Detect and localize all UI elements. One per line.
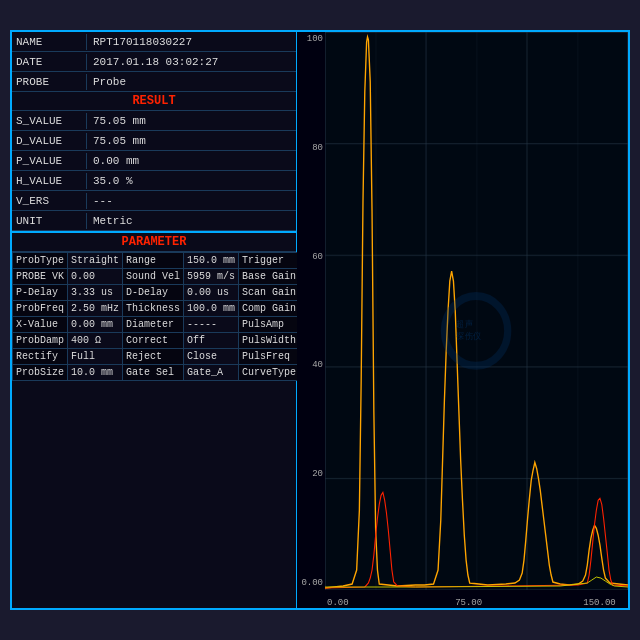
param-label: Base Gain — [239, 269, 300, 285]
param-label: Sound Vel — [123, 269, 184, 285]
param-value: 10.0 mm — [68, 365, 123, 381]
unit-value: Metric — [87, 213, 139, 229]
result-header: RESULT — [12, 92, 296, 111]
svg-text:探伤仪: 探伤仪 — [456, 331, 482, 343]
param-label: Trigger — [239, 253, 300, 269]
main-container: NAME RPT170118030227 DATE 2017.01.18 03:… — [10, 30, 630, 610]
name-label: NAME — [12, 34, 87, 50]
x-labels: 0.0075.00150.00 — [325, 590, 628, 608]
pvalue-label: P_VALUE — [12, 153, 87, 169]
param-label: CurveType — [239, 365, 300, 381]
date-value: 2017.01.18 03:02:27 — [87, 54, 224, 70]
vers-label: V_ERS — [12, 193, 87, 209]
param-label: D-Delay — [123, 285, 184, 301]
param-label: ProbDamp — [13, 333, 68, 349]
dvalue-label: D_VALUE — [12, 133, 87, 149]
param-value: Off — [184, 333, 239, 349]
param-label: ProbFreq — [13, 301, 68, 317]
param-value: 150.0 mm — [184, 253, 239, 269]
param-label: PulsFreq — [239, 349, 300, 365]
unit-row: UNIT Metric — [12, 211, 296, 231]
param-value: 3.33 us — [68, 285, 123, 301]
date-row: DATE 2017.01.18 03:02:27 — [12, 52, 296, 72]
name-row: NAME RPT170118030227 — [12, 32, 296, 52]
param-value: 400 Ω — [68, 333, 123, 349]
probe-value: Probe — [87, 74, 132, 90]
y-axis-label: 80 — [297, 143, 325, 153]
svalue-row: S_VALUE 75.05 mm — [12, 111, 296, 131]
x-axis-label: 0.00 — [327, 598, 370, 608]
y-axis-label: 20 — [297, 469, 325, 479]
param-label: Diameter — [123, 317, 184, 333]
x-axis-label: 150.00 — [583, 598, 626, 608]
param-label: X-Value — [13, 317, 68, 333]
dvalue-value: 75.05 mm — [87, 133, 152, 149]
info-table: NAME RPT170118030227 DATE 2017.01.18 03:… — [12, 32, 296, 232]
param-header: PARAMETER — [12, 232, 296, 252]
param-label: Thickness — [123, 301, 184, 317]
param-value: 2.50 mHz — [68, 301, 123, 317]
param-label: Range — [123, 253, 184, 269]
svalue-label: S_VALUE — [12, 113, 87, 129]
dvalue-row: D_VALUE 75.05 mm — [12, 131, 296, 151]
param-value: Gate_A — [184, 365, 239, 381]
y-axis-label: 60 — [297, 252, 325, 262]
param-label: Rectify — [13, 349, 68, 365]
hvalue-row: H_VALUE 35.0 % — [12, 171, 296, 191]
y-axis-label: 40 — [297, 360, 325, 370]
x-axis-label: 75.00 — [455, 598, 498, 608]
right-panel: ↗ 100806040200.00 0.0075.00150.00 ∩ — [297, 32, 628, 608]
param-label: PROBE VK — [13, 269, 68, 285]
vers-value: --- — [87, 193, 119, 209]
param-value: 5959 m/s — [184, 269, 239, 285]
y-axis-label: 100 — [297, 34, 325, 44]
name-value: RPT170118030227 — [87, 34, 198, 50]
param-label: Comp Gain — [239, 301, 300, 317]
pvalue-value: 0.00 mm — [87, 153, 145, 169]
probe-row: PROBE Probe — [12, 72, 296, 92]
param-label: Correct — [123, 333, 184, 349]
param-value: 0.00 us — [184, 285, 239, 301]
hvalue-label: H_VALUE — [12, 173, 87, 189]
left-panel: NAME RPT170118030227 DATE 2017.01.18 03:… — [12, 32, 297, 608]
param-value: 0.00 — [68, 269, 123, 285]
param-value: ----- — [184, 317, 239, 333]
svg-text:超声: 超声 — [456, 319, 473, 331]
param-label: Gate Sel — [123, 365, 184, 381]
param-value: Full — [68, 349, 123, 365]
date-label: DATE — [12, 54, 87, 70]
param-section: PARAMETER ProbTypeStraightRange150.0 mmT… — [12, 232, 296, 608]
param-value: Straight — [68, 253, 123, 269]
param-value: 0.00 mm — [68, 317, 123, 333]
param-label: PulsWidth — [239, 333, 300, 349]
svalue-value: 75.05 mm — [87, 113, 152, 129]
param-label: Reject — [123, 349, 184, 365]
probe-label: PROBE — [12, 74, 87, 90]
hvalue-value: 35.0 % — [87, 173, 139, 189]
param-label: PulsAmp — [239, 317, 300, 333]
unit-label: UNIT — [12, 213, 87, 229]
y-labels: 100806040200.00 — [297, 32, 325, 590]
param-value: 100.0 mm — [184, 301, 239, 317]
y-axis-label: 0.00 — [297, 578, 325, 588]
param-value: Close — [184, 349, 239, 365]
param-label: Scan Gain — [239, 285, 300, 301]
vers-row: V_ERS --- — [12, 191, 296, 211]
param-label: ProbSize — [13, 365, 68, 381]
scope-svg: 超声 探伤仪 — [325, 32, 628, 590]
pvalue-row: P_VALUE 0.00 mm — [12, 151, 296, 171]
param-label: ProbType — [13, 253, 68, 269]
param-label: P-Delay — [13, 285, 68, 301]
